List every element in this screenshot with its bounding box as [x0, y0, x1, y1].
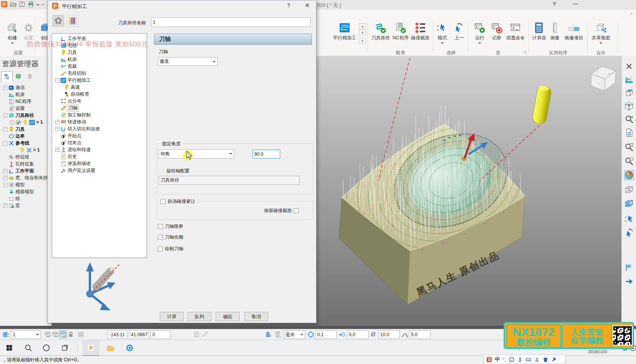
dlg-item-axis-control[interactable]: 加工轴控制 — [68, 112, 91, 118]
keyboard-icon[interactable] — [526, 357, 531, 362]
expander-icon[interactable]: + — [55, 120, 59, 124]
expander-icon[interactable]: + — [55, 127, 59, 131]
dlg-item-tool-axis[interactable]: 刀轴 — [68, 105, 78, 111]
zoom-box-icon[interactable] — [624, 157, 634, 166]
angle-mode-combobox[interactable]: 仰角 — [159, 149, 234, 158]
open-project-icon[interactable] — [10, 1, 17, 8]
ribbon-toolpath-verify[interactable]: 刀具路径 — [370, 22, 391, 41]
ribbon-parallel-finishing[interactable]: 平行精加工 — [332, 22, 357, 41]
axis-limit-checkbox[interactable] — [158, 224, 163, 229]
ribbon-select-previous[interactable]: 上一 — [449, 22, 469, 41]
expander-icon[interactable]: + — [3, 183, 7, 187]
strategy-list-icon[interactable]: ▼ — [359, 38, 366, 44]
machine-view-icon[interactable] — [624, 75, 634, 84]
macro-launcher-icon[interactable]: ◳ — [523, 50, 527, 54]
dlg-item-trim[interactable]: 剪裁 — [68, 63, 77, 70]
tool-axis-combobox[interactable]: 垂直 — [158, 57, 218, 66]
workplane-combobox[interactable]: 1 — [11, 330, 41, 339]
x-coordinate-field[interactable]: -143.11 — [107, 330, 127, 339]
strategy-next-icon[interactable]: ▼ — [359, 29, 366, 35]
tree-item-pattern-1[interactable]: > 1 — [33, 147, 40, 153]
wireframe-icon[interactable] — [624, 185, 634, 194]
powermill-taskbar-icon[interactable]: P — [87, 344, 95, 352]
tolerance-field[interactable]: 0.1 — [315, 330, 337, 339]
blue-flag-icon[interactable] — [624, 263, 634, 272]
file-explorer-icon[interactable] — [107, 344, 114, 352]
minimize-button[interactable]: — — [573, 0, 578, 7]
save-project-icon[interactable] — [19, 1, 25, 8]
lock-icon[interactable] — [67, 331, 74, 338]
tree-item-levels[interactable]: 层、组合和夹持 — [15, 175, 48, 181]
ribbon-ncprogram-verify[interactable]: G NC程序 — [391, 22, 411, 41]
tree-item-groups[interactable]: 组 — [15, 195, 20, 202]
dlg-item-user-settings[interactable]: 用户定义设置 — [68, 167, 95, 174]
tree-item-feature-groups[interactable]: 特征组 — [15, 154, 29, 160]
tip-radius-icon[interactable] — [401, 331, 408, 338]
thickness-icon[interactable] — [338, 331, 346, 338]
blue-arrow-icon[interactable] — [624, 277, 634, 286]
strategy-prev-icon[interactable]: ▲ — [359, 23, 366, 29]
qat-customize-icon[interactable]: ╼ — [41, 2, 44, 7]
ime-punct-toggle[interactable]: °, — [502, 357, 506, 362]
print-icon[interactable] — [27, 1, 34, 8]
expander-icon[interactable]: − — [3, 113, 7, 118]
dlg-item-history[interactable]: 历史 — [68, 153, 77, 160]
microphone-icon[interactable] — [517, 357, 523, 362]
qat-dropdown-icon[interactable] — [36, 4, 39, 6]
ribbon-shared-views[interactable]: 共享视图 — [590, 22, 612, 44]
units-combobox[interactable]: 毫米 — [284, 330, 305, 339]
axis-y-icon[interactable]: Y — [52, 331, 59, 338]
dlg-item-start-point[interactable]: 开始点 — [68, 133, 81, 139]
toolpath-name-input[interactable]: 1 — [151, 17, 311, 27]
expander-icon[interactable]: − — [3, 141, 7, 145]
tree-item-toolpaths[interactable]: 刀具路径 — [15, 112, 34, 119]
tree-item-machine[interactable]: 机床 — [15, 91, 25, 98]
zoom-rotate-icon[interactable] — [624, 115, 634, 124]
angle-value-input[interactable]: 90.0 — [252, 150, 280, 158]
sogou-logo-icon[interactable] — [486, 357, 492, 362]
tree-item-tools[interactable]: 刀具 — [15, 126, 25, 133]
ribbon-collapse-icon[interactable]: ⌃ — [630, 12, 633, 17]
tree-item-setup[interactable]: 设置 — [15, 105, 25, 112]
expander-icon[interactable]: + — [3, 127, 7, 131]
dlg-item-auto-check[interactable]: 自动检查 — [71, 91, 89, 98]
expander-icon[interactable]: + — [55, 148, 59, 152]
tree-item-stock-models[interactable]: 残留模型 — [15, 189, 34, 195]
ime-settings-icon[interactable] — [551, 357, 557, 362]
ruler-units-icon[interactable]: 0 1 2 — [275, 331, 282, 338]
tree-item-models[interactable]: 模型 — [15, 182, 25, 188]
account-icon[interactable] — [534, 357, 540, 362]
expander-icon[interactable]: + — [3, 204, 7, 208]
auto-collision-checkbox[interactable] — [161, 199, 166, 204]
ribbon-collision-section[interactable]: 碰撞截面 — [410, 22, 430, 41]
dlg-item-high-speed[interactable]: 高速 — [71, 84, 80, 91]
rotary-axis-field[interactable]: 刀具路径 — [159, 176, 299, 185]
tree-item-hole-sets[interactable]: 孔特征集 — [15, 161, 34, 167]
y-coordinate-field[interactable]: 41.0667 — [129, 330, 149, 339]
ribbon-macro-echo[interactable]: 回显命令 — [504, 22, 527, 41]
explorer-trash-tab[interactable] — [24, 71, 35, 81]
emoji-icon[interactable] — [509, 357, 514, 362]
zoom-extents-icon[interactable] — [624, 143, 634, 152]
tree-item-boundaries[interactable]: 边界 — [15, 133, 25, 140]
ribbon-measure[interactable]: 测量 — [545, 22, 565, 41]
tip-radius-field[interactable]: 5.0 — [409, 330, 431, 339]
diameter-field[interactable]: 10.0 — [378, 330, 400, 339]
workplane-status-icon[interactable] — [2, 331, 9, 338]
cursor-undo-icon[interactable] — [624, 228, 634, 237]
axis-x-icon[interactable]: X — [44, 331, 51, 338]
dlg-item-tool[interactable]: 刀具 — [68, 49, 77, 56]
list-icon[interactable] — [193, 331, 200, 338]
thickness-field[interactable]: 0.0 — [347, 330, 369, 339]
queue-button[interactable]: 队列 — [188, 312, 211, 321]
tree-item-patterns[interactable]: 参考线 — [15, 140, 29, 147]
z-coordinate-field[interactable]: 0 — [151, 330, 171, 339]
tolerance-icon[interactable] — [307, 331, 315, 338]
dlg-item-notes[interactable]: 便笺和描述 — [68, 160, 91, 167]
dialog-help-button[interactable]: ? — [287, 2, 290, 8]
ime-mode-toggle[interactable]: 中 — [495, 356, 500, 363]
expander-icon[interactable]: + — [3, 176, 7, 180]
expander-icon[interactable]: − — [55, 78, 59, 83]
expander-icon[interactable]: + — [10, 120, 14, 125]
help-button[interactable]: ? — [553, 1, 556, 7]
